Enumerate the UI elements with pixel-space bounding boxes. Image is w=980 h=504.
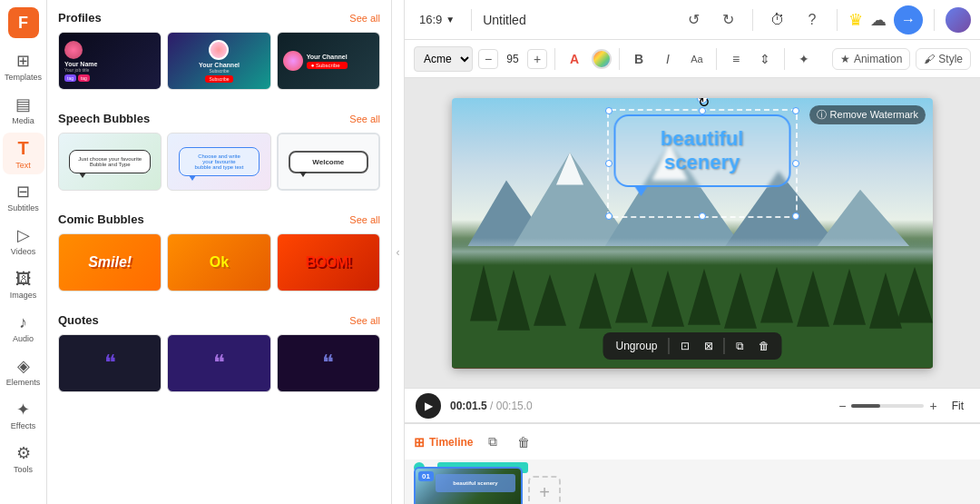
layer-back-button[interactable]: ⊠ (701, 338, 717, 354)
panel-collapse-handle[interactable]: ‹ (392, 0, 405, 504)
speech-bubble-element[interactable]: beautifulscenery (613, 114, 790, 188)
redo-button[interactable]: ↻ (714, 6, 741, 34)
text-color-button[interactable]: A (563, 47, 586, 71)
aspect-ratio-button[interactable]: 16:9 ▼ (414, 9, 460, 30)
sidebar-item-label: Text (15, 161, 31, 170)
total-time: / (490, 400, 496, 412)
speech-bubble-template-3[interactable]: Welcome (277, 133, 380, 191)
add-clip-button[interactable]: + (528, 476, 561, 504)
quotes-title: Quotes (58, 313, 99, 327)
volume-increase-button[interactable]: + (929, 399, 936, 413)
media-icon: ▤ (15, 94, 31, 114)
style-brush-icon: 🖌 (924, 53, 935, 65)
sidebar-item-label: Audio (13, 334, 34, 343)
profiles-see-all[interactable]: See all (349, 13, 380, 24)
topbar: 16:9 ▼ ↺ ↻ ⏱ ? ♛ ☁ → (405, 0, 980, 40)
profiles-title: Profiles (58, 11, 102, 25)
layer-back-icon: ⊠ (704, 340, 713, 352)
help-icon-button[interactable]: ? (799, 6, 826, 34)
toolbar-divider-4 (784, 48, 785, 70)
ctx-divider-1 (669, 338, 670, 354)
quote-template-2[interactable]: ❝ (167, 334, 270, 392)
user-avatar[interactable] (946, 7, 971, 33)
speech-bubbles-title: Speech Bubbles (58, 112, 150, 125)
bold-button[interactable]: B (627, 47, 651, 71)
font-selector[interactable]: Acme (414, 46, 473, 72)
elements-icon: ◈ (17, 356, 30, 376)
timeline-delete-button[interactable]: 🗑 (513, 431, 534, 453)
volume-control: − + (838, 399, 936, 413)
font-size-increase-button[interactable]: + (527, 49, 547, 69)
comic-bubbles-section: Comic Bubbles See all Smile! Ok BOOM! (47, 202, 391, 302)
duplicate-button[interactable]: ⧉ (732, 338, 748, 354)
images-icon: 🖼 (15, 270, 32, 289)
color-picker-button[interactable] (592, 49, 612, 69)
sidebar-item-label: Effects (11, 421, 35, 430)
sidebar-item-videos[interactable]: ▷ Videos (3, 220, 44, 262)
text-align-button[interactable]: ≡ (724, 47, 748, 71)
sidebar-item-effects[interactable]: ✦ Effects (3, 394, 44, 436)
profile-template-3[interactable]: Your Channel ● Subscribe (277, 32, 380, 90)
tools-icon: ⚙ (16, 443, 31, 463)
fit-button[interactable]: Fit (946, 398, 969, 414)
italic-button[interactable]: I (656, 47, 680, 71)
text-case-button[interactable]: Aa (685, 47, 709, 71)
sidebar-item-label: Videos (11, 247, 35, 256)
video-clip-thumb[interactable]: 01 beautiful scenery (414, 467, 523, 504)
profile-template-2[interactable]: Your Channel Subscribe Subscribe (167, 32, 270, 90)
speech-bubbles-see-all[interactable]: See all (349, 114, 380, 124)
project-title-input[interactable] (483, 13, 642, 27)
speech-bubble-text: beautifulscenery (630, 127, 774, 175)
volume-decrease-button[interactable]: − (838, 399, 846, 413)
comic-bubbles-see-all[interactable]: See all (349, 214, 380, 225)
quotes-see-all[interactable]: See all (349, 315, 380, 326)
font-size-decrease-button[interactable]: − (478, 49, 498, 69)
line-spacing-button[interactable]: ⇕ (753, 47, 777, 71)
play-button[interactable]: ▶ (416, 393, 441, 419)
quotes-grid: ❝ ❝ ❝ (58, 334, 380, 392)
export-button[interactable]: → (894, 5, 923, 35)
sidebar-item-tools[interactable]: ⚙ Tools (3, 438, 44, 479)
quote-template-1[interactable]: ❝ (58, 334, 162, 392)
current-time: 00:01.5 (450, 400, 487, 412)
track-row: 01 beautiful scenery + (405, 463, 980, 504)
sidebar-item-label: Subtitles (7, 203, 39, 212)
timer-icon-button[interactable]: ⏱ (764, 6, 791, 34)
sidebar-item-images[interactable]: 🖼 Images (3, 263, 44, 305)
audio-icon: ♪ (19, 313, 27, 332)
remove-watermark-button[interactable]: ⓘ Remove Watermark (809, 105, 926, 124)
comic-bubble-template-2[interactable]: Ok (167, 233, 270, 292)
sidebar-item-label: Elements (6, 378, 41, 387)
context-menu: Ungroup ⊡ ⊠ ⧉ 🗑 (603, 332, 781, 360)
info-icon: ⓘ (817, 108, 827, 122)
sidebar-item-templates[interactable]: ⊞ Templates (3, 45, 44, 87)
main-area: 16:9 ▼ ↺ ↻ ⏱ ? ♛ ☁ → Acme − 95 + A B (405, 0, 980, 504)
timeline-copy-button[interactable]: ⧉ (482, 431, 504, 453)
sidebar-item-text[interactable]: T Text (3, 133, 44, 174)
sidebar-item-label: Media (12, 116, 34, 125)
style-button[interactable]: 🖌 Style (916, 48, 971, 70)
quote-template-3[interactable]: ❝ (277, 334, 380, 392)
sidebar-item-elements[interactable]: ◈ Elements (3, 351, 44, 392)
profiles-grid: Your Name Your job title tag tag Your Ch… (58, 32, 380, 90)
comic-bubble-template-3[interactable]: BOOM! (277, 233, 380, 292)
sidebar-item-media[interactable]: ▤ Media (3, 89, 44, 131)
cloud-icon[interactable]: ☁ (870, 10, 887, 30)
profile-template-1[interactable]: Your Name Your job title tag tag (58, 32, 162, 90)
effects-icon-button[interactable]: ✦ (792, 47, 816, 71)
speech-bubble-template-2[interactable]: Choose and writeyour favouritebubble and… (167, 133, 270, 191)
sidebar-item-audio[interactable]: ♪ Audio (3, 307, 44, 349)
undo-button[interactable]: ↺ (680, 6, 707, 34)
volume-slider[interactable] (851, 404, 924, 408)
layer-forward-button[interactable]: ⊡ (677, 338, 693, 354)
speech-bubble-template-1[interactable]: Just choose your favouriteBubble and Typ… (58, 133, 162, 191)
comic-bubble-template-1[interactable]: Smile! (58, 233, 162, 292)
animation-button[interactable]: ★ Animation (832, 48, 910, 70)
ungroup-button[interactable]: Ungroup (612, 338, 661, 354)
layer-forward-icon: ⊡ (681, 340, 690, 352)
sidebar-item-subtitles[interactable]: ⊟ Subtitles (3, 176, 44, 218)
app-logo[interactable]: F (8, 7, 39, 38)
canvas-frame: beautifulscenery ↻ (452, 98, 933, 369)
animation-star-icon: ★ (840, 53, 850, 65)
delete-button[interactable]: 🗑 (755, 338, 773, 354)
